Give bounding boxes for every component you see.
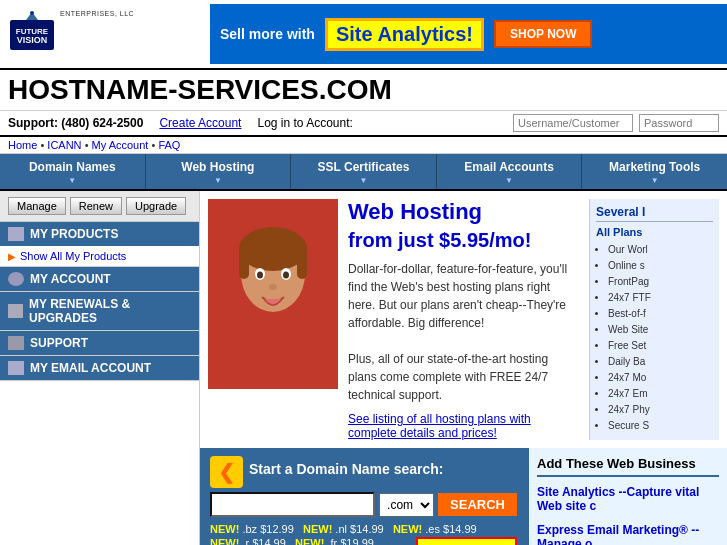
addon-email: Express Email Marketing® --Manage o From…: [537, 523, 719, 545]
center-content: Web Hosting from just $5.95/mo! Dollar-f…: [200, 191, 727, 545]
banner-product-text: Site Analytics!: [325, 18, 484, 51]
breadcrumb-myaccount[interactable]: My Account: [92, 139, 149, 151]
addon-analytics-title: Site Analytics --Capture vital Web site …: [537, 485, 699, 513]
sidebar-myproducts-title[interactable]: MY PRODUCTS: [0, 222, 199, 246]
banner-area: Sell more with Site Analytics! SHOP NOW: [210, 4, 727, 64]
main: Manage Renew Upgrade MY PRODUCTS ▶ Show …: [0, 191, 727, 545]
nav-ssl-label: SSL Certificates: [318, 160, 410, 174]
renew-button[interactable]: Renew: [70, 197, 122, 215]
domain-search-section: ❮ Start a Domain Name search: .com .net …: [200, 448, 527, 545]
password-input[interactable]: [639, 114, 719, 132]
bottom-row: ❮ Start a Domain Name search: .com .net …: [200, 448, 727, 545]
site-title: HOSTNAME-SERVICES.COM: [0, 70, 727, 111]
nav-ssl-certificates[interactable]: SSL Certificates ▼: [291, 154, 437, 189]
new-domains-left: NEW! .r $14.99 NEW! .fr $19.99 » All Dom…: [210, 537, 374, 545]
right-panel-list: Our Worl Online s FrontPag 24x7 FTF Best…: [596, 242, 713, 434]
list-item: Secure S: [608, 418, 713, 434]
new-es-price: $14.99: [443, 523, 477, 535]
shop-now-button[interactable]: SHOP NOW: [494, 20, 592, 48]
sidebar-section-email: MY EMAIL ACCOUNT: [0, 356, 199, 381]
upgrade-button[interactable]: Upgrade: [126, 197, 186, 215]
show-all-products-link[interactable]: ▶ Show All My Products: [0, 246, 199, 266]
breadcrumb-sep2: •: [85, 139, 92, 151]
list-item: 24x7 Em: [608, 386, 713, 402]
nav-email-accounts[interactable]: Email Accounts ▼: [437, 154, 583, 189]
new-bz-tld: .bz: [242, 523, 257, 535]
sidebar-myaccount-title[interactable]: MY ACCOUNT: [0, 267, 199, 291]
nav-email-arrow: ▼: [441, 176, 578, 185]
list-item: 24x7 FTF: [608, 290, 713, 306]
svg-point-13: [257, 272, 263, 279]
list-item: 24x7 Mo: [608, 370, 713, 386]
hero-description: Dollar-for-dollar, feature-for-feature, …: [348, 260, 579, 404]
banner-sell-text: Sell more with: [220, 26, 315, 42]
free-extras-badge: FREE EXTRAS! OVER $105!: [416, 537, 517, 545]
sidebar-support-title[interactable]: SUPPORT: [0, 331, 199, 355]
username-input[interactable]: [513, 114, 633, 132]
myaccount-label: MY ACCOUNT: [30, 272, 111, 286]
renewals-icon: [8, 304, 23, 318]
nav-ssl-arrow: ▼: [295, 176, 432, 185]
new-domains-row: NEW! .bz $12.99 NEW! .nl $14.99 NEW! .es…: [210, 523, 517, 535]
myaccount-icon: [8, 272, 24, 286]
hero-text1: Dollar-for-dollar, feature-for-feature, …: [348, 262, 567, 330]
new-r-tld: .r: [242, 537, 249, 545]
new-label4: NEW!: [210, 537, 239, 545]
support-icon: [8, 336, 24, 350]
nav-marketing-tools[interactable]: Marketing Tools ▼: [582, 154, 727, 189]
hero-title: Web Hosting: [348, 199, 579, 225]
domain-search-button[interactable]: SEARCH: [438, 493, 517, 516]
sidebar-section-renewals: MY RENEWALS & UPGRADES: [0, 292, 199, 331]
breadcrumb-faq[interactable]: FAQ: [158, 139, 180, 151]
new-bz-price: $12.99: [260, 523, 294, 535]
sidebar-email-title[interactable]: MY EMAIL ACCOUNT: [0, 356, 199, 380]
addon-analytics-label: Site Analytics: [537, 485, 615, 499]
breadcrumb-home[interactable]: Home: [8, 139, 37, 151]
hero-image: [208, 199, 338, 389]
hero-section: Web Hosting from just $5.95/mo! Dollar-f…: [200, 191, 727, 448]
list-item: Free Set: [608, 338, 713, 354]
nav-web-hosting[interactable]: Web Hosting ▼: [146, 154, 292, 189]
domain-search-input[interactable]: [210, 492, 375, 517]
list-item: Daily Ba: [608, 354, 713, 370]
new-fr-price: $19.99: [340, 537, 374, 545]
login-area: [513, 114, 719, 132]
sidebar-section-support: SUPPORT: [0, 331, 199, 356]
myproducts-icon: [8, 227, 24, 241]
right-panel-heading: Several I: [596, 205, 713, 222]
manage-button[interactable]: Manage: [8, 197, 66, 215]
new-fr-tld: .fr: [327, 537, 337, 545]
domain-extension-select[interactable]: .com .net .org .bz: [379, 493, 434, 517]
addon-email-title: Express Email Marketing® --Manage o: [537, 523, 719, 545]
breadcrumb: Home • ICANN • My Account • FAQ: [0, 137, 727, 154]
nav-domain-names[interactable]: Domain Names ▼: [0, 154, 146, 189]
logo-text-block: ENTERPRISES, LLC: [60, 10, 134, 17]
svg-point-8: [239, 227, 307, 271]
right-panel-subheading: All Plans: [596, 226, 713, 238]
svg-text:VISION: VISION: [17, 35, 48, 45]
list-item: 24x7 Phy: [608, 402, 713, 418]
addon-email-label: Express Email Marketing®: [537, 523, 688, 537]
nav-marketing-label: Marketing Tools: [609, 160, 700, 174]
hero-listing-link[interactable]: See listing of all hosting plans with co…: [348, 412, 531, 440]
sidebar-renewals-title[interactable]: MY RENEWALS & UPGRADES: [0, 292, 199, 330]
new-label3: NEW!: [393, 523, 422, 535]
sidebar-section-myproducts: MY PRODUCTS ▶ Show All My Products: [0, 222, 199, 267]
breadcrumb-icann[interactable]: ICANN: [47, 139, 81, 151]
email-label: MY EMAIL ACCOUNT: [30, 361, 151, 375]
email-icon: [8, 361, 24, 375]
login-label: Log in to Account:: [257, 116, 352, 130]
logo-enterprises: ENTERPRISES, LLC: [60, 10, 134, 17]
svg-point-4: [30, 11, 34, 15]
new-nl-price: $14.99: [350, 523, 384, 535]
addon-analytics: Site Analytics --Capture vital Web site …: [537, 485, 719, 513]
list-item: Online s: [608, 258, 713, 274]
sidebar: Manage Renew Upgrade MY PRODUCTS ▶ Show …: [0, 191, 200, 545]
new-label2: NEW!: [303, 523, 332, 535]
new-domains-row2: NEW! .r $14.99 NEW! .fr $19.99 » All Dom…: [210, 537, 517, 545]
logo-icon: FUTURE VISION: [8, 10, 56, 58]
svg-rect-9: [239, 249, 249, 279]
search-row: .com .net .org .bz SEARCH: [210, 492, 517, 517]
nav-web-hosting-label: Web Hosting: [181, 160, 254, 174]
create-account-link[interactable]: Create Account: [159, 116, 241, 130]
